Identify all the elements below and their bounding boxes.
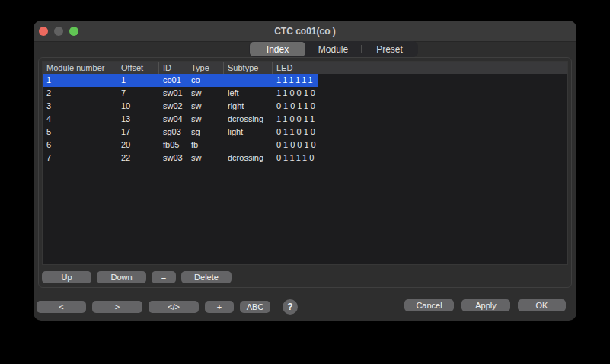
- tab-module[interactable]: Module: [305, 42, 361, 56]
- table-cell: sw: [187, 100, 224, 113]
- table-cell: 010010: [273, 139, 318, 152]
- table-row[interactable]: 722sw03swdcrossing011110: [43, 152, 318, 164]
- table-cell: light: [224, 126, 273, 139]
- table-cell: sw02: [159, 100, 187, 113]
- table-cell: 10: [117, 100, 159, 113]
- table-cell: sg: [187, 126, 224, 139]
- column-header-module-number[interactable]: Module number: [43, 62, 117, 74]
- table-body: 11co01co11111127sw01swleft110010310sw02s…: [43, 74, 567, 164]
- table-cell: 4: [43, 113, 117, 126]
- table-cell: 5: [43, 126, 117, 139]
- column-header-led[interactable]: LED: [273, 62, 318, 74]
- add-button[interactable]: +: [205, 301, 234, 313]
- tab-index[interactable]: Index: [250, 42, 305, 56]
- cancel-button[interactable]: Cancel: [404, 299, 454, 311]
- module-table: Module number Offset ID Type Subtype LED…: [42, 61, 568, 265]
- column-header-filler: [318, 62, 567, 74]
- table-cell: 20: [117, 139, 159, 152]
- table-row[interactable]: 517sg03sglight011010: [43, 126, 318, 139]
- table-cell: 111111: [273, 74, 318, 87]
- table-cell: co: [187, 74, 224, 87]
- table-cell: 17: [117, 126, 159, 139]
- ctc-dialog-window: CTC co01(co ) Index Module Preset Module…: [34, 21, 576, 321]
- table-cell: left: [224, 87, 273, 100]
- navigation-buttons: < > </> + ABC ?: [37, 299, 298, 315]
- table-cell: sw: [187, 113, 224, 126]
- traffic-lights: [39, 27, 78, 36]
- up-button[interactable]: Up: [42, 271, 91, 283]
- table-cell: 22: [117, 152, 159, 164]
- table-cell: fb05: [159, 139, 187, 152]
- table-row[interactable]: 620fb05fb010010: [43, 139, 318, 152]
- tab-preset[interactable]: Preset: [362, 42, 417, 56]
- equals-button[interactable]: =: [152, 271, 176, 283]
- table-cell: [224, 139, 273, 152]
- table-cell: 6: [43, 139, 117, 152]
- tab-bar: Index Module Preset: [249, 41, 418, 57]
- table-cell: 110010: [273, 87, 318, 100]
- table-cell: sw: [187, 87, 224, 100]
- table-cell: fb: [187, 139, 224, 152]
- table-row[interactable]: 11co01co111111: [43, 74, 318, 87]
- table-cell: sw: [187, 152, 224, 164]
- column-header-offset[interactable]: Offset: [117, 62, 159, 74]
- table-cell: co01: [159, 74, 187, 87]
- table-cell: dcrossing: [224, 113, 273, 126]
- table-cell: right: [224, 100, 273, 113]
- help-button[interactable]: ?: [283, 299, 298, 315]
- column-header-id[interactable]: ID: [159, 62, 187, 74]
- table-cell: 13: [117, 113, 159, 126]
- down-button[interactable]: Down: [97, 271, 146, 283]
- table-header: Module number Offset ID Type Subtype LED: [43, 62, 567, 74]
- table-cell: sw03: [159, 152, 187, 164]
- table-cell: 011110: [273, 152, 318, 164]
- minimize-window-button[interactable]: [54, 27, 63, 36]
- table-cell: 3: [43, 100, 117, 113]
- ok-button[interactable]: OK: [518, 299, 566, 311]
- delete-button[interactable]: Delete: [181, 271, 232, 283]
- table-cell: dcrossing: [224, 152, 273, 164]
- column-header-type[interactable]: Type: [187, 62, 224, 74]
- table-cell: 7: [117, 87, 159, 100]
- table-cell: 1: [43, 74, 117, 87]
- next-button[interactable]: >: [92, 301, 142, 313]
- table-cell: [224, 74, 273, 87]
- table-cell: 1: [117, 74, 159, 87]
- column-header-subtype[interactable]: Subtype: [224, 62, 273, 74]
- code-button[interactable]: </>: [149, 301, 199, 313]
- dialog-action-buttons: Cancel Apply OK: [404, 299, 566, 311]
- table-row[interactable]: 27sw01swleft110010: [43, 87, 318, 100]
- table-row[interactable]: 310sw02swright010110: [43, 100, 318, 113]
- apply-button[interactable]: Apply: [461, 299, 510, 311]
- table-cell: sw04: [159, 113, 187, 126]
- row-edit-buttons: Up Down = Delete: [42, 271, 232, 283]
- close-window-button[interactable]: [39, 27, 48, 36]
- table-cell: sg03: [159, 126, 187, 139]
- titlebar[interactable]: CTC co01(co ): [34, 21, 576, 42]
- table-cell: 7: [43, 152, 117, 164]
- prev-button[interactable]: <: [37, 301, 86, 313]
- table-cell: 010110: [273, 100, 318, 113]
- table-cell: sw01: [159, 87, 187, 100]
- abc-button[interactable]: ABC: [240, 301, 270, 313]
- table-cell: 2: [43, 87, 117, 100]
- index-panel: Module number Offset ID Type Subtype LED…: [38, 57, 572, 288]
- table-cell: 110011: [273, 113, 318, 126]
- table-cell: 011010: [273, 126, 318, 139]
- window-title: CTC co01(co ): [34, 21, 576, 42]
- zoom-window-button[interactable]: [69, 27, 78, 36]
- table-row[interactable]: 413sw04swdcrossing110011: [43, 113, 318, 126]
